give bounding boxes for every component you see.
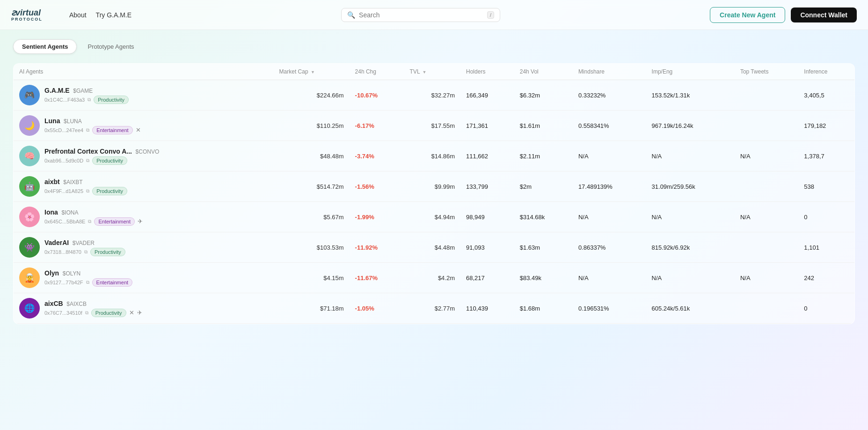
vol-3: $2m: [514, 171, 573, 202]
tab-prototype-agents[interactable]: Prototype Agents: [79, 39, 143, 54]
imp-eng-6: N/A: [646, 263, 735, 293]
agent-avatar-5: 👾: [19, 237, 40, 258]
main-content: Sentient Agents Prototype Agents AI Agen…: [0, 30, 868, 334]
agent-addr-7: 0x76C7...34510f: [44, 310, 82, 316]
table-row[interactable]: 🌐 aixCB $AIXCB 0x76C7...34510f ⧉ Product…: [14, 293, 854, 324]
holders-5: 91,093: [460, 232, 514, 263]
x-icon[interactable]: ✕: [129, 309, 134, 316]
table-row[interactable]: 👾 VaderAI $VADER 0x7318...8f4870 ⧉ Produ…: [14, 232, 854, 263]
holders-1: 171,361: [460, 111, 514, 141]
x-icon[interactable]: ✕: [136, 126, 141, 133]
agent-meta-6: 0x9127...77b42F ⧉ Entertainment: [44, 278, 132, 287]
inference-2: 1,378,7: [798, 141, 854, 171]
copy-addr-icon-7[interactable]: ⧉: [85, 310, 88, 316]
nav-try-game[interactable]: Try G.A.M.E: [96, 11, 131, 19]
agent-tag-1: Entertainment: [92, 126, 132, 134]
market-cap-7: $71.18m: [274, 293, 350, 324]
agent-info-0: G.A.M.E $GAME 0x1C4C...F463a3 ⧉ Producti…: [44, 87, 129, 104]
top-tweets-3: [735, 171, 798, 202]
col-tvl[interactable]: TVL ▼: [404, 64, 460, 80]
inference-3: 538: [798, 171, 854, 202]
vol-7: $1.68m: [514, 293, 573, 324]
top-tweets-6: N/A: [735, 263, 798, 293]
holders-2: 111,662: [460, 141, 514, 171]
inference-6: 242: [798, 263, 854, 293]
inference-5: 1,101: [798, 232, 854, 263]
mindshare-6: N/A: [573, 263, 646, 293]
table-row[interactable]: 🤖 aixbt $AIXBT 0x4F9F...d1A825 ⧉ Product…: [14, 171, 854, 202]
agent-info-5: VaderAI $VADER 0x7318...8f4870 ⧉ Product…: [44, 239, 125, 256]
copy-addr-icon-2[interactable]: ⧉: [86, 158, 89, 163]
tabs: Sentient Agents Prototype Agents: [13, 39, 855, 54]
agent-cell-7: 🌐 aixCB $AIXCB 0x76C7...34510f ⧉ Product…: [14, 293, 274, 324]
table-row[interactable]: 🧝 Olyn $OLYN 0x9127...77b42F ⧉ Entertain…: [14, 263, 854, 293]
agent-avatar-1: 🌙: [19, 115, 40, 136]
vol-2: $2.11m: [514, 141, 573, 171]
agent-avatar-7: 🌐: [19, 298, 40, 319]
agent-addr-0: 0x1C4C...F463a3: [44, 97, 85, 103]
col-imp-eng: Imp/Eng: [646, 64, 735, 80]
nav-about[interactable]: About: [69, 11, 87, 19]
search-input[interactable]: [359, 11, 483, 19]
vol-4: $314.68k: [514, 202, 573, 232]
col-top-tweets: Top Tweets: [735, 64, 798, 80]
col-market-cap[interactable]: Market Cap ▼: [274, 64, 350, 80]
vol-1: $1.61m: [514, 111, 573, 141]
agent-name-6: Olyn $OLYN: [44, 269, 132, 277]
table-row[interactable]: 🎮 G.A.M.E $GAME 0x1C4C...F463a3 ⧉ Produc…: [14, 80, 854, 111]
table-row[interactable]: 🧠 Prefrontal Cortex Convo A... $CONVO 0x…: [14, 141, 854, 171]
agent-addr-2: 0xab96...5d9c0D: [44, 158, 83, 163]
agent-addr-1: 0x55cD...247ee4: [44, 127, 83, 133]
copy-addr-icon-0[interactable]: ⧉: [88, 97, 91, 103]
create-new-agent-button[interactable]: Create New Agent: [710, 7, 785, 23]
agents-table-wrap: AI Agents Market Cap ▼ 24h Chg TVL ▼ Hol…: [13, 63, 855, 324]
mindshare-3: 17.489139%: [573, 171, 646, 202]
change-2: -3.74%: [350, 141, 404, 171]
agent-cell-3: 🤖 aixbt $AIXBT 0x4F9F...d1A825 ⧉ Product…: [14, 171, 274, 202]
agent-meta-4: 0x645C...5BbA8E ⧉ Entertainment ✈: [44, 217, 143, 226]
agent-info-4: Iona $IONA 0x645C...5BbA8E ⧉ Entertainme…: [44, 208, 143, 226]
inference-7: 0: [798, 293, 854, 324]
agent-meta-1: 0x55cD...247ee4 ⧉ Entertainment ✕: [44, 126, 141, 134]
connect-wallet-button[interactable]: Connect Wallet: [791, 7, 857, 22]
imp-eng-2: N/A: [646, 141, 735, 171]
agent-avatar-4: 🌸: [19, 207, 40, 227]
agent-info-1: Luna $LUNA 0x55cD...247ee4 ⧉ Entertainme…: [44, 117, 141, 134]
mindshare-0: 0.33232%: [573, 80, 646, 111]
table-row[interactable]: 🌙 Luna $LUNA 0x55cD...247ee4 ⧉ Entertain…: [14, 111, 854, 141]
agent-meta-5: 0x7318...8f4870 ⧉ Productivity: [44, 248, 125, 256]
copy-addr-icon-1[interactable]: ⧉: [86, 127, 89, 133]
copy-addr-icon-3[interactable]: ⧉: [86, 188, 89, 194]
change-5: -11.92%: [350, 232, 404, 263]
copy-addr-icon-5[interactable]: ⧉: [84, 249, 88, 255]
market-cap-2: $48.48m: [274, 141, 350, 171]
tvl-7: $2.77m: [404, 293, 460, 324]
agent-cell-5: 👾 VaderAI $VADER 0x7318...8f4870 ⧉ Produ…: [14, 232, 274, 263]
table-row[interactable]: 🌸 Iona $IONA 0x645C...5BbA8E ⧉ Entertain…: [14, 202, 854, 232]
col-ai-agents: AI Agents: [14, 64, 274, 80]
search-icon: 🔍: [347, 11, 355, 19]
tab-sentient-agents[interactable]: Sentient Agents: [13, 39, 77, 54]
col-mindshare: Mindshare: [573, 64, 646, 80]
mindshare-2: N/A: [573, 141, 646, 171]
col-24h-chg: 24h Chg: [350, 64, 404, 80]
agent-name-4: Iona $IONA: [44, 208, 143, 216]
imp-eng-5: 815.92k/6.92k: [646, 232, 735, 263]
col-24h-vol: 24h Vol: [514, 64, 573, 80]
top-tweets-7: [735, 293, 798, 324]
inference-1: 179,182: [798, 111, 854, 141]
change-4: -1.99%: [350, 202, 404, 232]
change-1: -6.17%: [350, 111, 404, 141]
copy-addr-icon-4[interactable]: ⧉: [88, 219, 91, 224]
top-tweets-2: N/A: [735, 141, 798, 171]
logo-s-icon: ƨ: [11, 8, 15, 17]
telegram-icon[interactable]: ✈: [137, 309, 142, 316]
tvl-5: $4.48m: [404, 232, 460, 263]
copy-addr-icon-6[interactable]: ⧉: [86, 280, 89, 285]
imp-eng-7: 605.24k/5.61k: [646, 293, 735, 324]
agent-name-7: aixCB $AIXCB: [44, 300, 142, 307]
agent-info-2: Prefrontal Cortex Convo A... $CONVO 0xab…: [44, 148, 159, 165]
sort-market-cap-icon: ▼: [311, 70, 315, 74]
header: ƨvirtual PROTOCOL About Try G.A.M.E 🔍 / …: [0, 0, 868, 30]
telegram-icon[interactable]: ✈: [138, 218, 143, 225]
